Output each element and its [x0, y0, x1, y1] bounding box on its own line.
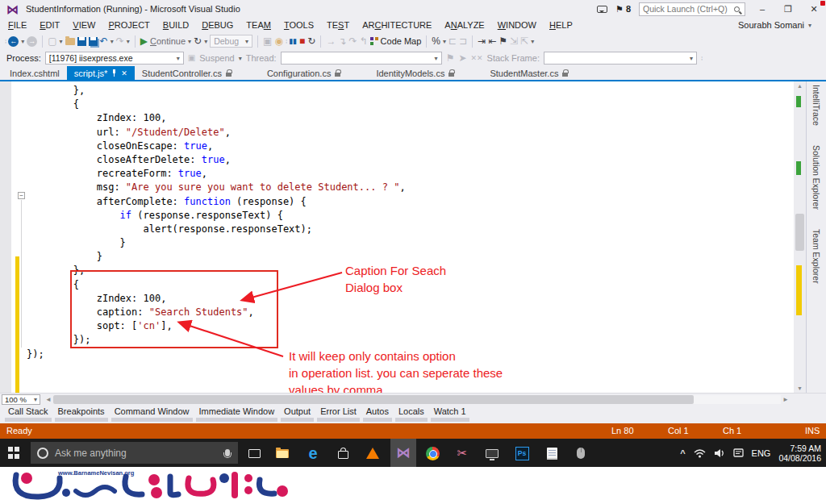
file-explorer-button[interactable]: [273, 444, 292, 463]
thread-marker-icon[interactable]: ✕✕: [470, 55, 482, 62]
suspend-label[interactable]: Suspend: [199, 53, 234, 63]
menu-debug[interactable]: DEBUG: [195, 20, 240, 30]
windows-store-button[interactable]: [333, 444, 353, 463]
menu-window[interactable]: WINDOW: [491, 20, 543, 30]
redo-button[interactable]: ↷: [116, 36, 124, 46]
side-tab-team-explorer[interactable]: Team Explorer: [811, 229, 821, 284]
flag-filter-icon[interactable]: ⚑: [446, 53, 455, 63]
visual-studio-taskbar-button[interactable]: ⋈: [390, 439, 416, 467]
save-all-button[interactable]: [89, 37, 98, 46]
tab-index-cshtml[interactable]: Index.cshtml: [2, 66, 67, 80]
pin-icon[interactable]: [111, 69, 117, 77]
step-over-button[interactable]: ↷: [348, 36, 357, 46]
tab-script-js[interactable]: script.js* ✕: [67, 66, 135, 80]
menu-help[interactable]: HELP: [543, 20, 579, 30]
taskbar-clock[interactable]: 7:59 AM 04/08/2016: [778, 444, 821, 463]
menu-view[interactable]: VIEW: [66, 20, 102, 30]
restart-button[interactable]: ↻: [307, 36, 315, 46]
zoom-dropdown[interactable]: 100 % ▾: [2, 394, 40, 405]
continue-button[interactable]: Continue: [150, 36, 186, 46]
snipping-tool-button[interactable]: ✂: [453, 444, 472, 463]
menu-edit[interactable]: EDIT: [33, 20, 66, 30]
panel-tab-output[interactable]: Output: [281, 406, 314, 422]
previous-bookmark-icon[interactable]: ⇥: [478, 36, 486, 46]
next-bookmark-icon[interactable]: ⇤: [488, 36, 496, 46]
close-tab-icon[interactable]: ✕: [121, 69, 127, 77]
start-button[interactable]: [8, 447, 20, 459]
chevron-down-icon[interactable]: ▾: [443, 38, 446, 45]
attach-icon[interactable]: ▣: [263, 36, 272, 46]
panel-tab-call-stack[interactable]: Call Stack: [5, 406, 52, 422]
screen-app-button[interactable]: [482, 444, 502, 463]
code-collapse-toggle[interactable]: −: [18, 192, 25, 199]
panel-tab-locals[interactable]: Locals: [395, 406, 428, 422]
horizontal-scrollbar[interactable]: [53, 395, 781, 404]
panel-tab-immediate-window[interactable]: Immediate Window: [196, 406, 278, 422]
stop-debugging-button[interactable]: ■: [299, 36, 305, 46]
menu-tools[interactable]: TOOLS: [277, 20, 320, 30]
toolbar-grip[interactable]: ⁞: [701, 55, 702, 62]
new-item-dropdown-icon[interactable]: ▾: [60, 38, 63, 45]
scrollbar-thumb[interactable]: [53, 395, 694, 404]
scroll-up-icon[interactable]: ▲: [794, 83, 806, 89]
open-file-button[interactable]: [65, 38, 75, 45]
menu-file[interactable]: FILE: [2, 20, 33, 30]
signed-in-user[interactable]: Sourabh Somani ▾: [738, 20, 811, 30]
continue-dropdown-icon[interactable]: ▾: [188, 38, 191, 45]
vertical-scrollbar[interactable]: ▲ ▼: [794, 81, 806, 393]
panel-tab-watch-1[interactable]: Watch 1: [431, 406, 469, 422]
menu-test[interactable]: TEST: [320, 20, 356, 30]
action-center-icon[interactable]: [733, 448, 744, 458]
restore-button[interactable]: ❐: [779, 4, 797, 15]
minimize-button[interactable]: –: [753, 4, 771, 14]
scroll-right-icon[interactable]: ►: [782, 396, 789, 403]
nav-icon[interactable]: ⇱: [520, 36, 528, 46]
break-all-button[interactable]: ▮▮: [289, 38, 297, 45]
chevron-down-icon[interactable]: ▾: [531, 38, 534, 45]
refresh-dropdown-icon[interactable]: ▾: [204, 38, 207, 45]
process-dropdown[interactable]: [11976] iisexpress.exe ▾: [45, 52, 184, 65]
code-editor[interactable]: − }, { zIndex: 100, url: "/Student/Delet…: [0, 81, 826, 393]
tab-studentmaster-cs[interactable]: StudentMaster.cs: [482, 66, 575, 80]
refresh-button[interactable]: ↻: [194, 36, 202, 46]
breakpoint-gutter[interactable]: [0, 81, 11, 393]
panel-tab-command-window[interactable]: Command Window: [111, 406, 193, 422]
debug-configuration-dropdown[interactable]: Debug ▾: [210, 35, 252, 48]
utility-app-button[interactable]: [571, 444, 590, 463]
new-item-button[interactable]: ▢: [48, 36, 56, 46]
side-tab-solution-explorer[interactable]: Solution Explorer: [811, 145, 821, 210]
undo-dropdown-icon[interactable]: ▾: [111, 38, 114, 45]
nav-icon[interactable]: ⇲: [510, 36, 518, 46]
indent-icon[interactable]: ⊏: [448, 36, 457, 46]
tab-studentcontroller-cs[interactable]: StudentController.cs: [135, 66, 239, 80]
menu-build[interactable]: BUILD: [156, 20, 195, 30]
toolbar-grip[interactable]: ⁞: [5, 38, 6, 45]
menu-team[interactable]: TEAM: [240, 20, 277, 30]
save-button[interactable]: [77, 37, 86, 46]
menu-architecture[interactable]: ARCHITECTURE: [356, 20, 438, 30]
wifi-icon[interactable]: [694, 448, 706, 458]
continue-play-icon[interactable]: ▶: [140, 36, 148, 46]
photoshop-button[interactable]: Ps: [512, 444, 532, 463]
redo-dropdown-icon[interactable]: ▾: [127, 38, 130, 45]
scroll-left-icon[interactable]: ◄: [45, 396, 52, 403]
chrome-button[interactable]: [423, 444, 442, 463]
scroll-down-icon[interactable]: ▼: [794, 385, 806, 391]
menu-analyze[interactable]: ANALYZE: [438, 20, 490, 30]
menu-project[interactable]: PROJECT: [102, 20, 156, 30]
flagged-threads-icon[interactable]: ➤: [458, 53, 466, 63]
panel-tab-autos[interactable]: Autos: [363, 406, 392, 422]
comment-toggle-icon[interactable]: %: [432, 36, 440, 46]
scrollbar-thumb[interactable]: [795, 214, 804, 251]
thread-dropdown[interactable]: ▾: [281, 52, 442, 65]
volume-icon[interactable]: [714, 448, 725, 458]
panel-tab-breakpoints[interactable]: Breakpoints: [55, 406, 108, 422]
tab-identitymodels-cs[interactable]: IdentityModels.cs: [369, 66, 461, 80]
notifications-flag[interactable]: ⚑ 8: [615, 4, 631, 15]
undo-button[interactable]: ↶: [100, 36, 108, 46]
step-out-button[interactable]: ↰: [360, 36, 368, 46]
stack-frame-dropdown[interactable]: ▾: [544, 52, 697, 65]
back-dropdown-icon[interactable]: ▾: [21, 38, 24, 45]
tab-configuration-cs[interactable]: Configuration.cs: [260, 66, 348, 80]
show-next-statement-icon[interactable]: →: [326, 36, 336, 46]
